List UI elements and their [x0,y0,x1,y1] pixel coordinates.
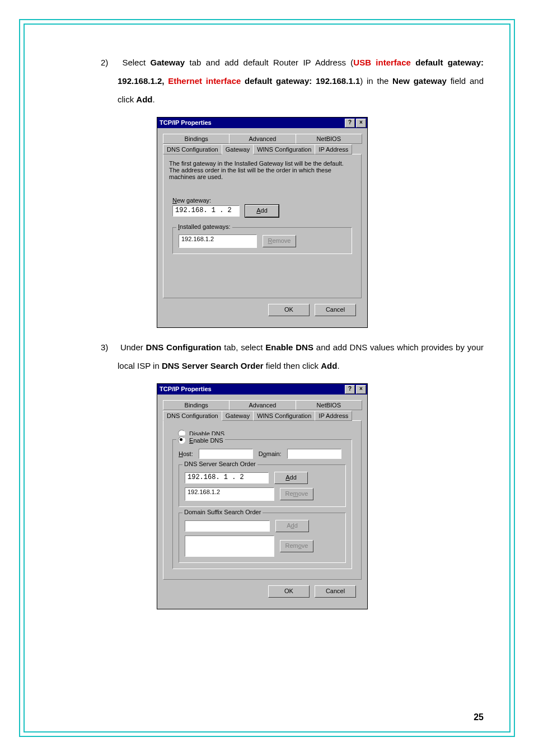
new-gateway-input[interactable]: 192.168. 1 . 2 [172,205,240,217]
domain-label: Domain:Domain: [259,450,282,457]
tab-gateway[interactable]: Gateway [222,411,254,421]
dns-search-order-group: DNS Server Search Order 192.168. 1 . 2 A… [179,464,346,507]
window-title: TCP/IP Properties [160,118,212,128]
installed-gateways-list[interactable]: 192.168.1.2 [179,234,257,248]
domain-input[interactable] [287,449,341,459]
page-number: 25 [474,712,484,722]
remove-button[interactable]: RemoveRemove [280,540,313,552]
host-label: Host:Host: [179,450,193,457]
domain-suffix-input[interactable] [185,520,270,532]
tab-wins-config[interactable]: WINS Configuration [253,144,315,154]
enable-dns-radio-row[interactable]: Enable DNSEnable DNS [176,435,225,444]
ok-button[interactable]: OK [268,585,310,598]
ok-button[interactable]: OK [268,304,310,316]
gateway-panel: The first gateway in the Installed Gatew… [163,154,362,298]
domain-suffix-list[interactable] [185,536,274,557]
cancel-button[interactable]: Cancel [315,304,356,316]
tabs-row-1: Bindings Advanced NetBIOS [163,133,362,144]
tab-dns-config[interactable]: DNS Configuration [163,144,222,154]
close-icon[interactable]: × [356,119,366,128]
titlebar: TCP/IP Properties ? × [157,384,367,395]
add-button[interactable]: AddAdd [245,205,279,217]
tab-wins-config[interactable]: WINS Configuration [253,411,315,421]
tcpip-properties-dialog-gateway: TCP/IP Properties ? × Bindings Advanced … [157,117,368,328]
step-number-3: 3) [101,338,118,356]
remove-button[interactable]: RemoveRemove [263,235,296,247]
page-content: 2) Select Gateway tab and add default Ro… [50,45,484,722]
domain-suffix-legend: Domain Suffix Search Order [182,509,263,515]
instruction-3: 3) Under DNS Configuration tab, select E… [118,338,484,375]
help-text: The first gateway in the Installed Gatew… [169,160,355,180]
installed-gateways-legend: Installed gateways:Installed gateways: [176,223,232,230]
tab-netbios[interactable]: NetBIOS [296,400,362,410]
tab-gateway-active[interactable]: Gateway [222,144,254,154]
host-input[interactable] [199,449,253,459]
tab-advanced[interactable]: Advanced [229,134,296,144]
cancel-button[interactable]: Cancel [315,585,356,598]
domain-suffix-group: Domain Suffix Search Order AddAdd Remove… [179,513,346,563]
radio-icon [178,436,185,444]
help-icon[interactable]: ? [345,385,355,394]
tab-ip-address[interactable]: IP Address [315,144,352,154]
new-gateway-label: NNew gateway:ew gateway: [172,197,352,204]
add-button[interactable]: AddAdd [274,472,308,484]
tabs-row-1: Bindings Advanced NetBIOS [163,399,362,410]
help-icon[interactable]: ? [345,119,355,128]
dns-search-order-legend: DNS Server Search Order [182,461,257,467]
tab-bindings[interactable]: Bindings [163,134,229,144]
installed-gateways-group: Installed gateways:Installed gateways: 1… [172,227,352,254]
tab-bindings[interactable]: Bindings [163,400,229,410]
add-button[interactable]: AddAdd [275,520,309,532]
tabs-row-2: DNS Configuration Gateway WINS Configura… [163,143,362,154]
close-icon[interactable]: × [356,385,366,394]
tab-netbios[interactable]: NetBIOS [296,134,362,144]
dialog-footer: OK Cancel [163,298,362,322]
tab-advanced[interactable]: Advanced [229,400,296,410]
remove-button[interactable]: RemoveRemove [280,488,313,500]
titlebar: TCP/IP Properties ? × [157,118,367,128]
dns-server-list[interactable]: 192.168.1.2 [185,487,274,501]
tab-ip-address[interactable]: IP Address [315,411,352,421]
tab-dns-config-active[interactable]: DNS Configuration [163,411,222,421]
enable-dns-group: Enable DNSEnable DNS Host:Host: Domain:D… [172,439,352,569]
dns-server-input[interactable]: 192.168. 1 . 2 [185,472,269,483]
tcpip-properties-dialog-dns: TCP/IP Properties ? × Bindings Advanced … [157,383,368,609]
window-title: TCP/IP Properties [160,384,212,395]
step-number-2: 2) [101,53,118,72]
tabs-row-2: DNS Configuration Gateway WINS Configura… [163,410,362,421]
instruction-2: 2) Select Gateway tab and add default Ro… [118,53,484,109]
dns-panel: Disable DNSDisable DNS Enable DNSEnable … [163,420,362,580]
dialog-footer: OK Cancel [163,580,362,603]
